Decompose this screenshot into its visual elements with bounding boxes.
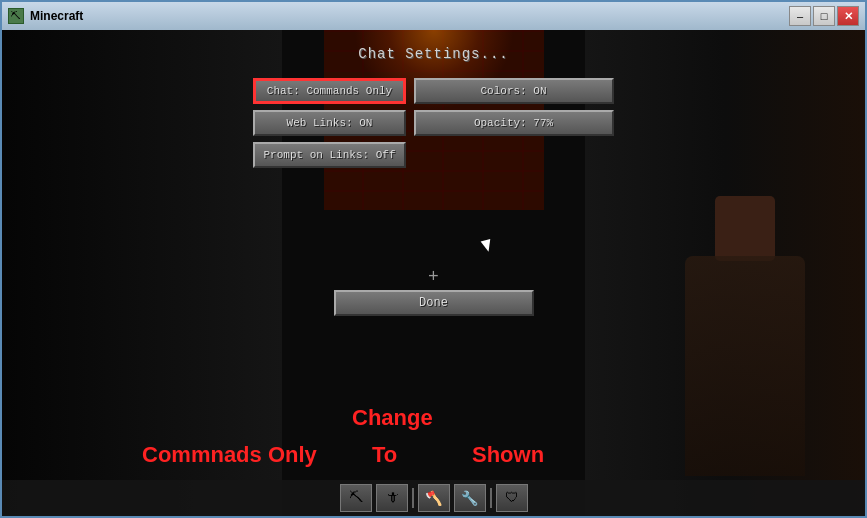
taskbar-slot-5[interactable]: 🛡	[496, 484, 528, 512]
taskbar-slot-4[interactable]: 🔧	[454, 484, 486, 512]
chat-settings-title: Chat Settings...	[358, 46, 508, 62]
annotation-commands-label: Commnads Only	[142, 442, 317, 468]
annotation-to-label: To	[372, 442, 397, 468]
settings-left-column: Chat: Commands Only Web Links: ON Prompt…	[253, 78, 405, 168]
done-button[interactable]: Done	[334, 290, 534, 316]
web-links-button[interactable]: Web Links: ON	[253, 110, 405, 136]
settings-right-column: Colors: ON Opacity: 77%	[414, 78, 614, 136]
ui-overlay: Chat Settings... Chat: Commands Only Web…	[2, 30, 865, 516]
taskbar-divider-1	[412, 488, 414, 508]
plus-sign: +	[428, 268, 439, 286]
taskbar-divider-2	[490, 488, 492, 508]
annotation-change-label: Change	[352, 405, 433, 431]
game-area: Chat Settings... Chat: Commands Only Web…	[2, 30, 865, 516]
title-bar-buttons: – □ ✕	[789, 6, 859, 26]
annotation-shown-label: Shown	[472, 442, 544, 468]
taskbar: ⛏ 🗡 🪓 🔧 🛡	[2, 480, 865, 516]
window-title: Minecraft	[30, 9, 83, 23]
title-bar-left: ⛏ Minecraft	[8, 8, 83, 24]
taskbar-slot-1[interactable]: ⛏	[340, 484, 372, 512]
close-button[interactable]: ✕	[837, 6, 859, 26]
maximize-button[interactable]: □	[813, 6, 835, 26]
settings-buttons-area: Chat: Commands Only Web Links: ON Prompt…	[253, 78, 613, 168]
done-button-area: + Done	[334, 268, 534, 316]
window-frame: ⛏ Minecraft – □ ✕ Chat Settings... Chat:…	[0, 0, 867, 518]
minimize-button[interactable]: –	[789, 6, 811, 26]
colors-button[interactable]: Colors: ON	[414, 78, 614, 104]
title-bar: ⛏ Minecraft – □ ✕	[2, 2, 865, 30]
taskbar-slot-2[interactable]: 🗡	[376, 484, 408, 512]
opacity-button[interactable]: Opacity: 77%	[414, 110, 614, 136]
taskbar-slot-3[interactable]: 🪓	[418, 484, 450, 512]
commands-only-button[interactable]: Chat: Commands Only	[253, 78, 405, 104]
app-icon: ⛏	[8, 8, 24, 24]
prompt-links-button[interactable]: Prompt on Links: Off	[253, 142, 405, 168]
